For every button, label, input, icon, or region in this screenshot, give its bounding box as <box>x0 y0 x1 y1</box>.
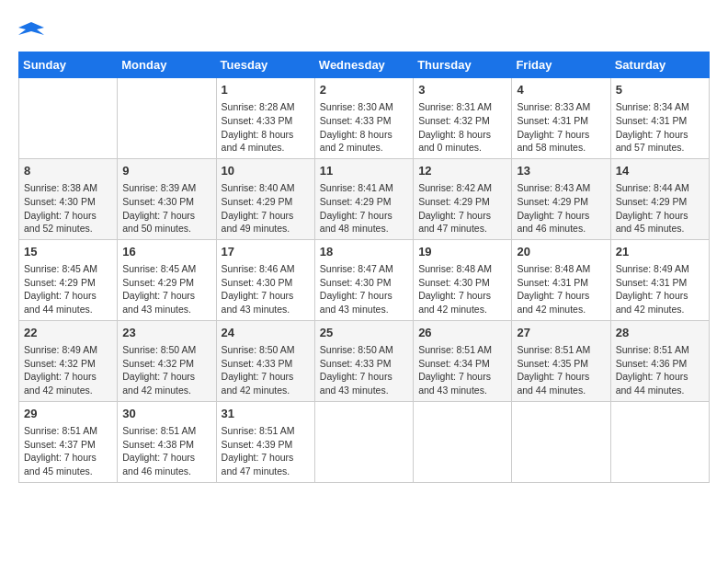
day-number: 31 <box>222 406 310 422</box>
daylight-text: Daylight: 7 hours and 47 minutes. <box>222 452 294 477</box>
day-number: 30 <box>122 406 210 422</box>
day-header-thursday: Thursday <box>414 52 512 78</box>
sunrise-text: Sunrise: 8:45 AM <box>122 263 196 274</box>
daylight-text: Daylight: 7 hours and 42 minutes. <box>616 290 688 315</box>
sunset-text: Sunset: 4:30 PM <box>222 277 293 288</box>
calendar-cell: 11Sunrise: 8:41 AMSunset: 4:29 PMDayligh… <box>314 158 413 239</box>
daylight-text: Daylight: 7 hours and 42 minutes. <box>122 371 195 396</box>
day-number: 14 <box>616 163 704 179</box>
sunset-text: Sunset: 4:31 PM <box>616 115 688 126</box>
day-header-monday: Monday <box>118 52 216 78</box>
sunrise-text: Sunrise: 8:45 AM <box>24 263 97 274</box>
daylight-text: Daylight: 7 hours and 42 minutes. <box>24 371 97 396</box>
calendar-week-1: 1Sunrise: 8:28 AMSunset: 4:33 PMDaylight… <box>19 78 710 159</box>
sunrise-text: Sunrise: 8:33 AM <box>517 101 590 112</box>
calendar-cell: 10Sunrise: 8:40 AMSunset: 4:29 PMDayligh… <box>216 158 314 239</box>
page-header <box>18 18 710 44</box>
calendar-cell <box>512 401 610 482</box>
sunrise-text: Sunrise: 8:39 AM <box>122 182 196 193</box>
sunset-text: Sunset: 4:32 PM <box>24 358 96 369</box>
sunrise-text: Sunrise: 8:50 AM <box>222 344 295 355</box>
daylight-text: Daylight: 7 hours and 43 minutes. <box>122 290 195 315</box>
day-number: 17 <box>222 244 310 260</box>
calendar-cell <box>414 401 512 482</box>
sunset-text: Sunset: 4:35 PM <box>517 358 588 369</box>
day-number: 27 <box>517 325 605 341</box>
sunrise-text: Sunrise: 8:28 AM <box>222 101 295 112</box>
sunrise-text: Sunrise: 8:41 AM <box>320 182 393 193</box>
day-number: 2 <box>320 82 408 98</box>
daylight-text: Daylight: 8 hours and 4 minutes. <box>222 129 294 154</box>
calendar-cell: 17Sunrise: 8:46 AMSunset: 4:30 PMDayligh… <box>216 239 314 320</box>
sunrise-text: Sunrise: 8:50 AM <box>122 344 196 355</box>
calendar-table: SundayMondayTuesdayWednesdayThursdayFrid… <box>18 52 710 483</box>
calendar-cell: 23Sunrise: 8:50 AMSunset: 4:32 PMDayligh… <box>118 320 216 401</box>
sunset-text: Sunset: 4:29 PM <box>320 196 392 207</box>
sunset-text: Sunset: 4:31 PM <box>616 277 688 288</box>
calendar-cell <box>19 78 118 159</box>
calendar-cell: 18Sunrise: 8:47 AMSunset: 4:30 PMDayligh… <box>314 239 413 320</box>
sunrise-text: Sunrise: 8:51 AM <box>517 344 590 355</box>
sunset-text: Sunset: 4:31 PM <box>517 115 588 126</box>
calendar-cell: 29Sunrise: 8:51 AMSunset: 4:37 PMDayligh… <box>19 401 118 482</box>
day-header-tuesday: Tuesday <box>216 52 314 78</box>
daylight-text: Daylight: 7 hours and 42 minutes. <box>222 371 294 396</box>
calendar-cell: 21Sunrise: 8:49 AMSunset: 4:31 PMDayligh… <box>610 239 709 320</box>
calendar-cell <box>610 401 709 482</box>
day-number: 15 <box>24 244 112 260</box>
sunrise-text: Sunrise: 8:38 AM <box>24 182 97 193</box>
day-number: 18 <box>320 244 408 260</box>
calendar-week-4: 22Sunrise: 8:49 AMSunset: 4:32 PMDayligh… <box>19 320 710 401</box>
daylight-text: Daylight: 7 hours and 42 minutes. <box>418 290 491 315</box>
calendar-cell: 24Sunrise: 8:50 AMSunset: 4:33 PMDayligh… <box>216 320 314 401</box>
day-number: 9 <box>122 163 210 179</box>
sunset-text: Sunset: 4:30 PM <box>418 277 490 288</box>
day-header-saturday: Saturday <box>610 52 709 78</box>
sunset-text: Sunset: 4:29 PM <box>24 277 96 288</box>
sunset-text: Sunset: 4:31 PM <box>517 277 588 288</box>
sunrise-text: Sunrise: 8:51 AM <box>24 425 97 436</box>
day-number: 23 <box>122 325 210 341</box>
sunset-text: Sunset: 4:38 PM <box>122 439 194 450</box>
sunset-text: Sunset: 4:39 PM <box>222 439 293 450</box>
sunrise-text: Sunrise: 8:47 AM <box>320 263 393 274</box>
calendar-cell: 13Sunrise: 8:43 AMSunset: 4:29 PMDayligh… <box>512 158 610 239</box>
sunrise-text: Sunrise: 8:49 AM <box>24 344 97 355</box>
day-number: 26 <box>418 325 506 341</box>
calendar-cell: 19Sunrise: 8:48 AMSunset: 4:30 PMDayligh… <box>414 239 512 320</box>
day-number: 22 <box>24 325 112 341</box>
calendar-cell: 12Sunrise: 8:42 AMSunset: 4:29 PMDayligh… <box>414 158 512 239</box>
sunrise-text: Sunrise: 8:42 AM <box>418 182 492 193</box>
calendar-cell: 22Sunrise: 8:49 AMSunset: 4:32 PMDayligh… <box>19 320 118 401</box>
day-number: 12 <box>418 163 506 179</box>
sunset-text: Sunset: 4:29 PM <box>616 196 688 207</box>
sunset-text: Sunset: 4:33 PM <box>222 115 293 126</box>
sunset-text: Sunset: 4:30 PM <box>24 196 96 207</box>
daylight-text: Daylight: 7 hours and 52 minutes. <box>24 210 97 235</box>
day-header-wednesday: Wednesday <box>314 52 413 78</box>
day-number: 29 <box>24 406 112 422</box>
daylight-text: Daylight: 7 hours and 45 minutes. <box>616 210 688 235</box>
sunrise-text: Sunrise: 8:43 AM <box>517 182 590 193</box>
daylight-text: Daylight: 7 hours and 58 minutes. <box>517 129 589 154</box>
sunrise-text: Sunrise: 8:31 AM <box>418 101 492 112</box>
sunrise-text: Sunrise: 8:44 AM <box>616 182 689 193</box>
daylight-text: Daylight: 7 hours and 49 minutes. <box>222 210 294 235</box>
daylight-text: Daylight: 7 hours and 48 minutes. <box>320 210 392 235</box>
sunset-text: Sunset: 4:32 PM <box>418 115 490 126</box>
sunset-text: Sunset: 4:30 PM <box>320 277 392 288</box>
daylight-text: Daylight: 7 hours and 57 minutes. <box>616 129 688 154</box>
svg-marker-0 <box>18 22 44 35</box>
calendar-cell: 1Sunrise: 8:28 AMSunset: 4:33 PMDaylight… <box>216 78 314 159</box>
daylight-text: Daylight: 7 hours and 44 minutes. <box>24 290 97 315</box>
calendar-cell: 2Sunrise: 8:30 AMSunset: 4:33 PMDaylight… <box>314 78 413 159</box>
day-number: 24 <box>222 325 310 341</box>
sunset-text: Sunset: 4:36 PM <box>616 358 688 369</box>
day-header-friday: Friday <box>512 52 610 78</box>
calendar-cell: 28Sunrise: 8:51 AMSunset: 4:36 PMDayligh… <box>610 320 709 401</box>
daylight-text: Daylight: 7 hours and 47 minutes. <box>418 210 491 235</box>
daylight-text: Daylight: 7 hours and 44 minutes. <box>517 371 589 396</box>
day-number: 3 <box>418 82 506 98</box>
sunrise-text: Sunrise: 8:51 AM <box>616 344 689 355</box>
calendar-cell: 16Sunrise: 8:45 AMSunset: 4:29 PMDayligh… <box>118 239 216 320</box>
